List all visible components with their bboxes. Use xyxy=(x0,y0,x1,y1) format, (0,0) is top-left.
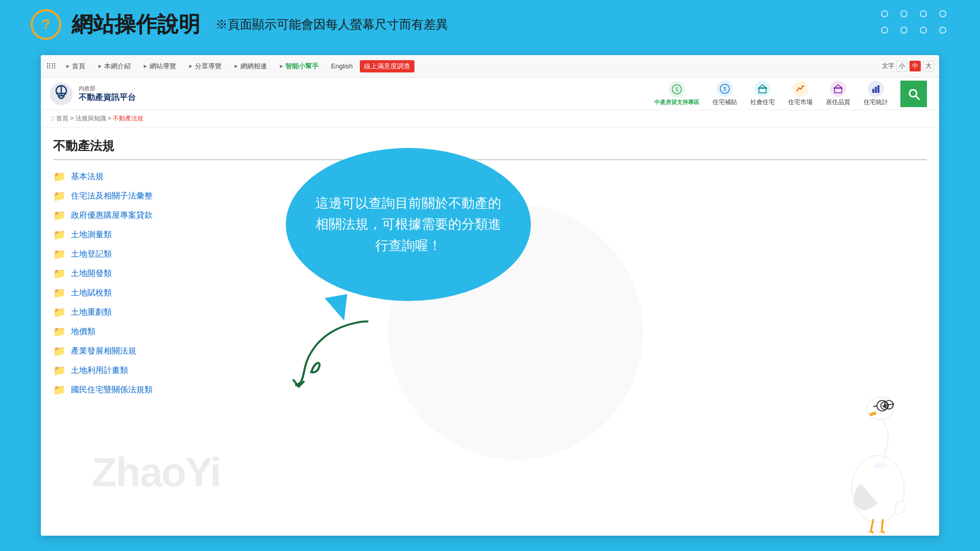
dot-4 xyxy=(939,10,946,17)
law-item-3: 📁 土地測量類 xyxy=(53,229,247,241)
folder-icon: 📁 xyxy=(53,306,66,318)
page-title-bar: 不動產法規 xyxy=(53,138,927,160)
browser-window: ⠿⠿ ► 首頁 ► 本網介紹 ► 網站導覽 ► 分眾導覽 ► 網網相連 ► 智能… xyxy=(41,55,939,536)
folder-icon: 📁 xyxy=(53,384,66,396)
nav-housing-market[interactable]: 住宅市場 xyxy=(783,79,818,109)
nav-housing-stats[interactable]: 住宅統計 xyxy=(859,79,893,109)
housing-market-icon xyxy=(792,81,808,97)
folder-icon: 📁 xyxy=(53,248,66,260)
folder-icon: 📁 xyxy=(53,209,66,221)
help-icon: ? xyxy=(31,9,61,40)
law-link-4[interactable]: 土地登記類 xyxy=(71,249,112,260)
law-item-7: 📁 土地重劃類 xyxy=(53,306,247,318)
logo-icon xyxy=(49,82,74,106)
arrow-svg xyxy=(265,311,388,393)
nav-about[interactable]: ► 本網介紹 xyxy=(92,60,136,73)
svg-point-20 xyxy=(877,400,888,411)
svg-line-23 xyxy=(873,406,877,407)
nav-mortgage[interactable]: $ 中產房貸支持專區 xyxy=(649,79,704,108)
svg-text:$: $ xyxy=(723,86,726,92)
dot-5 xyxy=(881,27,888,34)
nav-housing-quality[interactable]: 居住品質 xyxy=(821,79,855,109)
goose-illustration xyxy=(837,384,919,536)
law-link-10[interactable]: 土地利用計畫類 xyxy=(71,365,128,376)
dots-decoration xyxy=(881,10,949,34)
org-name: 內政部 xyxy=(79,85,136,92)
svg-rect-12 xyxy=(872,89,874,93)
platform-name: 不動產資訊平台 xyxy=(79,92,136,103)
svg-point-16 xyxy=(867,397,894,420)
breadcrumb: :: 首頁 > 法規與知識 > 不動產法規 xyxy=(41,110,939,128)
tutorial-subtitle: ※頁面顯示可能會因每人螢幕尺寸而有差異 xyxy=(215,16,448,33)
nav-subsidy[interactable]: $ 住宅補貼 xyxy=(707,79,742,109)
law-link-7[interactable]: 土地重劃類 xyxy=(71,307,112,318)
dot-6 xyxy=(900,27,908,34)
law-link-6[interactable]: 土地賦稅類 xyxy=(71,288,112,298)
font-size-medium[interactable]: 中 xyxy=(910,61,921,71)
font-size-small[interactable]: 小 xyxy=(896,61,908,71)
folder-icon: 📁 xyxy=(53,229,66,241)
mortgage-icon: $ xyxy=(669,81,685,97)
svg-point-18 xyxy=(883,404,887,408)
svg-point-19 xyxy=(883,404,885,406)
svg-line-25 xyxy=(882,520,883,532)
law-list: 📁 基本法規 📁 住宅法及相關子法彙整 📁 政府優惠購屋專案貸款 📁 土地測量類… xyxy=(53,170,247,396)
tutorial-title: 網站操作說明 xyxy=(71,10,200,39)
law-item-6: 📁 土地賦稅類 xyxy=(53,287,247,299)
law-item-5: 📁 土地開發類 xyxy=(53,267,247,280)
social-housing-icon xyxy=(754,81,771,97)
law-item-4: 📁 土地登記類 xyxy=(53,248,247,260)
logo-section: 內政部 不動產資訊平台 xyxy=(49,82,136,106)
search-icon xyxy=(906,87,921,101)
dot-1 xyxy=(881,10,888,17)
folder-icon: 📁 xyxy=(53,287,66,299)
folder-icon: 📁 xyxy=(53,325,66,338)
svg-rect-14 xyxy=(877,85,879,93)
dot-3 xyxy=(920,10,927,17)
folder-icon: 📁 xyxy=(53,345,66,357)
svg-point-17 xyxy=(881,402,889,410)
law-item-10: 📁 土地利用計畫類 xyxy=(53,364,247,377)
nav-social-housing[interactable]: 社會住宅 xyxy=(745,79,780,109)
law-item-9: 📁 產業發展相關法規 xyxy=(53,345,247,357)
folder-icon: 📁 xyxy=(53,267,66,280)
nav-ai[interactable]: ► 智能小幫手 xyxy=(274,60,324,73)
nav-bar: ⠿⠿ ► 首頁 ► 本網介紹 ► 網站導覽 ► 分眾導覽 ► 網網相連 ► 智能… xyxy=(41,55,939,78)
folder-icon: 📁 xyxy=(53,190,66,202)
breadcrumb-laws[interactable]: 法規與知識 xyxy=(76,115,106,122)
logo-nav: $ 中產房貸支持專區 $ 住宅補貼 社會住宅 xyxy=(136,79,931,109)
watermark-circle xyxy=(388,205,643,460)
law-link-1[interactable]: 住宅法及相關子法彙整 xyxy=(71,191,153,202)
logo-text: 內政部 不動產資訊平台 xyxy=(79,85,136,103)
nav-links[interactable]: ► 網網相連 xyxy=(229,60,272,73)
dot-2 xyxy=(900,10,908,17)
nav-english[interactable]: English xyxy=(326,60,358,72)
law-link-8[interactable]: 地價類 xyxy=(71,327,95,337)
search-button[interactable] xyxy=(900,81,927,107)
housing-quality-icon xyxy=(830,81,846,97)
font-size-large[interactable]: 大 xyxy=(923,61,934,71)
svg-rect-13 xyxy=(875,87,877,93)
dot-7 xyxy=(920,27,927,34)
nav-home[interactable]: ► 首頁 xyxy=(60,60,90,73)
page-title: 不動產法規 xyxy=(53,138,927,160)
law-link-9[interactable]: 產業發展相關法規 xyxy=(71,346,136,357)
nav-survey[interactable]: 線上滿意度調查 xyxy=(360,60,414,72)
grid-icon: ⠿⠿ xyxy=(46,62,56,70)
tutorial-header: ? 網站操作說明 ※頁面顯示可能會因每人螢幕尺寸而有差異 xyxy=(0,0,980,45)
subsidy-icon: $ xyxy=(717,81,733,97)
folder-icon: 📁 xyxy=(53,364,66,377)
law-item-1: 📁 住宅法及相關子法彙整 xyxy=(53,190,247,202)
law-item-2: 📁 政府優惠購屋專案貸款 xyxy=(53,209,247,221)
watermark-text: ZhaoYi xyxy=(92,449,220,496)
law-link-2[interactable]: 政府優惠購屋專案貸款 xyxy=(71,210,153,221)
svg-line-24 xyxy=(871,520,873,532)
law-link-5[interactable]: 土地開發類 xyxy=(71,268,112,279)
nav-audience[interactable]: ► 分眾導覽 xyxy=(183,60,227,73)
folder-icon: 📁 xyxy=(53,170,66,183)
law-link-0[interactable]: 基本法規 xyxy=(71,171,104,182)
law-link-3[interactable]: 土地測量類 xyxy=(71,230,112,240)
nav-sitemap[interactable]: ► 網站導覽 xyxy=(138,60,181,73)
svg-point-15 xyxy=(851,456,904,522)
law-link-11[interactable]: 國民住宅暨關係法規類 xyxy=(71,385,153,395)
